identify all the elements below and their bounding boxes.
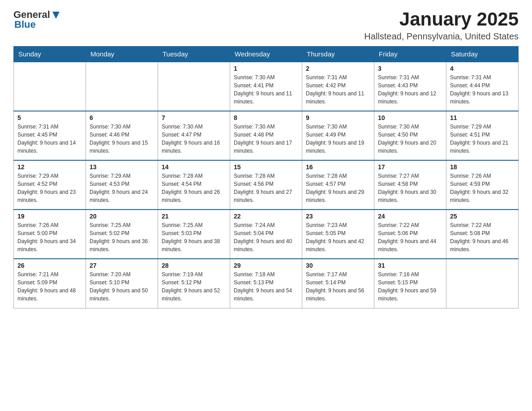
calendar-cell: 9Sunrise: 7:30 AMSunset: 4:49 PMDaylight… <box>302 111 374 160</box>
calendar-cell <box>446 259 519 308</box>
calendar-cell: 29Sunrise: 7:18 AMSunset: 5:13 PMDayligh… <box>230 259 302 308</box>
calendar-cell: 23Sunrise: 7:23 AMSunset: 5:05 PMDayligh… <box>302 210 374 259</box>
day-number: 22 <box>234 213 298 220</box>
day-info: Sunrise: 7:17 AMSunset: 5:14 PMDaylight:… <box>306 270 370 303</box>
day-info: Sunrise: 7:28 AMSunset: 4:54 PMDaylight:… <box>162 172 226 204</box>
day-info: Sunrise: 7:26 AMSunset: 4:59 PMDaylight:… <box>450 172 515 204</box>
calendar-table: SundayMondayTuesdayWednesdayThursdayFrid… <box>13 46 519 308</box>
calendar-cell <box>14 62 86 111</box>
calendar-cell: 18Sunrise: 7:26 AMSunset: 4:59 PMDayligh… <box>446 160 519 210</box>
day-number: 15 <box>234 163 298 171</box>
day-number: 24 <box>378 213 442 220</box>
logo-blue-text: Blue <box>14 19 36 30</box>
calendar-cell: 7Sunrise: 7:30 AMSunset: 4:47 PMDaylight… <box>158 111 230 160</box>
calendar-cell: 24Sunrise: 7:22 AMSunset: 5:06 PMDayligh… <box>374 210 446 259</box>
calendar-cell: 16Sunrise: 7:28 AMSunset: 4:57 PMDayligh… <box>302 160 374 210</box>
calendar-cell: 15Sunrise: 7:28 AMSunset: 4:56 PMDayligh… <box>230 160 302 210</box>
calendar-cell: 14Sunrise: 7:28 AMSunset: 4:54 PMDayligh… <box>158 160 230 210</box>
calendar-cell: 5Sunrise: 7:31 AMSunset: 4:45 PMDaylight… <box>14 111 86 160</box>
calendar-cell: 30Sunrise: 7:17 AMSunset: 5:14 PMDayligh… <box>302 259 374 308</box>
day-number: 17 <box>378 163 442 171</box>
calendar-cell: 13Sunrise: 7:29 AMSunset: 4:53 PMDayligh… <box>86 160 158 210</box>
calendar-cell: 25Sunrise: 7:22 AMSunset: 5:08 PMDayligh… <box>446 210 519 259</box>
day-info: Sunrise: 7:21 AMSunset: 5:09 PMDaylight:… <box>17 270 82 303</box>
day-number: 4 <box>450 65 515 72</box>
day-number: 18 <box>450 163 515 171</box>
calendar-cell: 6Sunrise: 7:30 AMSunset: 4:46 PMDaylight… <box>86 111 158 160</box>
month-title: January 2025 <box>364 9 519 30</box>
logo-arrow-icon <box>51 11 60 20</box>
day-number: 30 <box>306 262 370 269</box>
day-info: Sunrise: 7:29 AMSunset: 4:52 PMDaylight:… <box>17 172 82 204</box>
day-number: 13 <box>90 163 154 171</box>
day-info: Sunrise: 7:25 AMSunset: 5:03 PMDaylight:… <box>162 221 226 253</box>
day-number: 8 <box>234 114 298 121</box>
day-number: 14 <box>162 163 226 171</box>
day-info: Sunrise: 7:30 AMSunset: 4:50 PMDaylight:… <box>378 123 442 155</box>
header-row: SundayMondayTuesdayWednesdayThursdayFrid… <box>14 47 519 62</box>
day-number: 28 <box>162 262 226 269</box>
day-info: Sunrise: 7:24 AMSunset: 5:04 PMDaylight:… <box>234 221 298 253</box>
day-number: 11 <box>450 114 515 121</box>
day-info: Sunrise: 7:19 AMSunset: 5:12 PMDaylight:… <box>162 270 226 303</box>
day-number: 7 <box>162 114 226 121</box>
day-number: 5 <box>17 114 82 121</box>
day-number: 21 <box>162 213 226 220</box>
calendar-cell: 1Sunrise: 7:30 AMSunset: 4:41 PMDaylight… <box>230 62 302 111</box>
title-section: January 2025 Hallstead, Pennsylvania, Un… <box>364 9 519 42</box>
calendar-cell <box>158 62 230 111</box>
calendar-week-row: 5Sunrise: 7:31 AMSunset: 4:45 PMDaylight… <box>14 111 519 160</box>
day-number: 12 <box>17 163 82 171</box>
day-info: Sunrise: 7:31 AMSunset: 4:43 PMDaylight:… <box>378 73 442 106</box>
day-info: Sunrise: 7:30 AMSunset: 4:41 PMDaylight:… <box>234 73 298 106</box>
day-info: Sunrise: 7:26 AMSunset: 5:00 PMDaylight:… <box>17 221 82 253</box>
calendar-week-row: 26Sunrise: 7:21 AMSunset: 5:09 PMDayligh… <box>14 259 519 308</box>
calendar-cell: 31Sunrise: 7:16 AMSunset: 5:15 PMDayligh… <box>374 259 446 308</box>
logo: General Blue <box>13 9 60 30</box>
day-info: Sunrise: 7:29 AMSunset: 4:53 PMDaylight:… <box>90 172 154 204</box>
day-info: Sunrise: 7:20 AMSunset: 5:10 PMDaylight:… <box>90 270 154 303</box>
day-info: Sunrise: 7:16 AMSunset: 5:15 PMDaylight:… <box>378 270 442 303</box>
day-info: Sunrise: 7:30 AMSunset: 4:47 PMDaylight:… <box>162 123 226 155</box>
day-number: 1 <box>234 65 298 72</box>
day-info: Sunrise: 7:30 AMSunset: 4:46 PMDaylight:… <box>90 123 154 155</box>
day-info: Sunrise: 7:31 AMSunset: 4:44 PMDaylight:… <box>450 73 515 106</box>
day-info: Sunrise: 7:30 AMSunset: 4:48 PMDaylight:… <box>234 123 298 155</box>
calendar-cell: 3Sunrise: 7:31 AMSunset: 4:43 PMDaylight… <box>374 62 446 111</box>
day-info: Sunrise: 7:28 AMSunset: 4:56 PMDaylight:… <box>234 172 298 204</box>
calendar-week-row: 19Sunrise: 7:26 AMSunset: 5:00 PMDayligh… <box>14 210 519 259</box>
day-number: 19 <box>17 213 82 220</box>
calendar-cell: 8Sunrise: 7:30 AMSunset: 4:48 PMDaylight… <box>230 111 302 160</box>
day-info: Sunrise: 7:31 AMSunset: 4:45 PMDaylight:… <box>17 123 82 155</box>
day-number: 31 <box>378 262 442 269</box>
calendar-week-row: 1Sunrise: 7:30 AMSunset: 4:41 PMDaylight… <box>14 62 519 111</box>
page-header: General Blue January 2025 Hallstead, Pen… <box>13 9 519 42</box>
day-number: 25 <box>450 213 515 220</box>
day-number: 26 <box>17 262 82 269</box>
calendar-cell: 17Sunrise: 7:27 AMSunset: 4:58 PMDayligh… <box>374 160 446 210</box>
day-info: Sunrise: 7:28 AMSunset: 4:57 PMDaylight:… <box>306 172 370 204</box>
calendar-cell: 11Sunrise: 7:29 AMSunset: 4:51 PMDayligh… <box>446 111 519 160</box>
svg-marker-0 <box>52 12 60 19</box>
calendar-cell: 21Sunrise: 7:25 AMSunset: 5:03 PMDayligh… <box>158 210 230 259</box>
day-of-week-header: Friday <box>374 47 446 62</box>
day-info: Sunrise: 7:29 AMSunset: 4:51 PMDaylight:… <box>450 123 515 155</box>
day-info: Sunrise: 7:23 AMSunset: 5:05 PMDaylight:… <box>306 221 370 253</box>
day-number: 6 <box>90 114 154 121</box>
day-info: Sunrise: 7:31 AMSunset: 4:42 PMDaylight:… <box>306 73 370 106</box>
calendar-cell <box>86 62 158 111</box>
day-info: Sunrise: 7:22 AMSunset: 5:06 PMDaylight:… <box>378 221 442 253</box>
calendar-cell: 12Sunrise: 7:29 AMSunset: 4:52 PMDayligh… <box>14 160 86 210</box>
calendar-cell: 20Sunrise: 7:25 AMSunset: 5:02 PMDayligh… <box>86 210 158 259</box>
calendar-cell: 27Sunrise: 7:20 AMSunset: 5:10 PMDayligh… <box>86 259 158 308</box>
calendar-week-row: 12Sunrise: 7:29 AMSunset: 4:52 PMDayligh… <box>14 160 519 210</box>
day-of-week-header: Monday <box>86 47 158 62</box>
day-number: 29 <box>234 262 298 269</box>
calendar-cell: 28Sunrise: 7:19 AMSunset: 5:12 PMDayligh… <box>158 259 230 308</box>
location-title: Hallstead, Pennsylvania, United States <box>364 31 519 42</box>
calendar-cell: 22Sunrise: 7:24 AMSunset: 5:04 PMDayligh… <box>230 210 302 259</box>
day-number: 27 <box>90 262 154 269</box>
day-of-week-header: Thursday <box>302 47 374 62</box>
day-number: 20 <box>90 213 154 220</box>
day-number: 9 <box>306 114 370 121</box>
